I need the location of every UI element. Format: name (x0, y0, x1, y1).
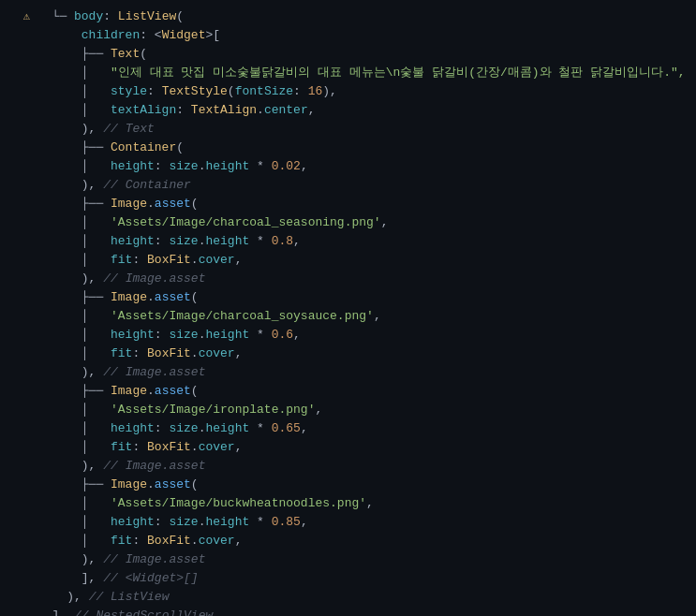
code-line: ├── Container( (0, 139, 696, 157)
code-token: BoxFit (147, 253, 191, 267)
code-token: size (169, 234, 198, 248)
code-line: │ textAlign: TextAlign.center, (0, 101, 696, 120)
code-token: │ (37, 309, 111, 323)
code-token: asset (155, 290, 191, 304)
code-token: ( (140, 47, 147, 61)
code-token: ( (191, 477, 199, 491)
code-token (37, 178, 81, 192)
code-token: │ (37, 253, 111, 267)
code-token: ), (81, 365, 96, 379)
line-content: │ 'Assets/Image/ironplate.png', (37, 401, 689, 419)
code-token: , (301, 421, 308, 435)
code-token: ), (81, 552, 96, 566)
code-token: height (205, 421, 249, 435)
code-token: . (147, 197, 155, 211)
code-token: body (74, 9, 103, 23)
code-token: ( (191, 384, 199, 398)
code-editor: ⚠ └─ body: ListView( children: <Widget>[… (0, 0, 696, 616)
code-line: │ 'Assets/Image/ironplate.png', (0, 401, 696, 419)
code-token: . (147, 477, 155, 491)
code-token: . (191, 346, 199, 360)
code-token: TextAlign (191, 103, 257, 117)
code-token: . (191, 253, 199, 267)
code-token: // ListView (81, 590, 170, 604)
code-token: 'Assets/Image/charcoal_soysauce.png' (111, 309, 374, 323)
line-content: │ 'Assets/Image/buckwheatnoodles.png', (37, 494, 689, 513)
code-token: , (235, 440, 243, 454)
code-line: │ fit: BoxFit.cover, (0, 438, 696, 457)
code-token: height (111, 328, 155, 342)
line-content: ], // NestedScrollView (37, 607, 689, 616)
line-content: │ height: size.height * 0.02, (37, 157, 689, 176)
code-line: │ fit: BoxFit.cover, (0, 251, 696, 270)
line-content: ), // Text (37, 120, 689, 139)
code-line: │ 'Assets/Image/charcoal_seasoning.png', (0, 213, 696, 232)
code-token: height (205, 328, 249, 342)
code-token: , (315, 403, 322, 417)
code-token: BoxFit (147, 346, 191, 360)
line-content: │ height: size.height * 0.65, (37, 419, 689, 438)
line-content: ), // Image.asset (37, 363, 689, 382)
code-token: // Image.asset (96, 365, 205, 379)
line-content: ), // Image.asset (37, 457, 689, 476)
line-content: │ 'Assets/Image/charcoal_seasoning.png', (37, 213, 689, 232)
code-token: children (81, 28, 140, 42)
code-token: : (103, 9, 118, 23)
code-token: ( (228, 84, 235, 98)
code-line: ], // NestedScrollView (0, 607, 696, 616)
code-token (37, 590, 67, 604)
code-token: // <Widget>[] (96, 571, 198, 585)
line-content: ├── Image.asset( (37, 288, 689, 307)
code-token: BoxFit (147, 534, 191, 548)
code-token: "인제 대표 맛집 미소숯불닭갈비의 대표 메뉴는\n숯불 닭갈비(간장/매콤)… (111, 66, 686, 80)
code-token: asset (155, 197, 191, 211)
code-token: * (249, 515, 271, 529)
code-token: 16 (308, 84, 323, 98)
code-token (37, 365, 81, 379)
code-token: Image (111, 477, 147, 491)
code-token: Image (111, 290, 147, 304)
code-token: : (155, 328, 170, 342)
code-token (37, 271, 81, 286)
code-line: │ height: size.height * 0.85, (0, 513, 696, 532)
code-token: 0.85 (272, 515, 301, 529)
code-token: ), (322, 84, 337, 98)
code-token: . (147, 384, 155, 398)
code-token: : (132, 346, 147, 360)
line-content: ), // Image.asset (37, 270, 689, 288)
code-token: // Image.asset (96, 271, 205, 286)
code-line: ├── Image.asset( (0, 382, 696, 401)
line-content: │ fit: BoxFit.cover, (37, 251, 689, 270)
code-token: fit (111, 346, 132, 360)
code-token: fit (111, 440, 132, 454)
line-content: ), // Container (37, 176, 689, 195)
code-token: * (249, 421, 271, 435)
code-token: : (132, 534, 147, 548)
code-token: ), (81, 178, 96, 192)
code-token: . (147, 290, 155, 304)
code-token: ), (81, 271, 96, 286)
code-token: height (111, 421, 155, 435)
code-line: │ height: size.height * 0.8, (0, 232, 696, 251)
code-token: textAlign (111, 103, 176, 117)
code-token: Image (111, 384, 147, 398)
warning-icon: ⚠ (23, 7, 30, 26)
line-content: │ 'Assets/Image/charcoal_soysauce.png', (37, 307, 689, 326)
code-token: cover (199, 440, 235, 454)
code-token: : (155, 234, 170, 248)
code-token: ), (67, 590, 81, 604)
code-token: │ (37, 346, 111, 360)
code-token: ( (191, 197, 199, 211)
code-token: 0.6 (272, 328, 293, 342)
code-token: ( (191, 290, 199, 304)
code-token: , (235, 346, 243, 360)
code-token: Widget (162, 28, 206, 42)
code-token: fontSize (235, 84, 293, 98)
line-content: └─ body: ListView( (37, 7, 689, 26)
code-token: ), (81, 122, 96, 136)
code-line: │ "인제 대표 맛집 미소숯불닭갈비의 대표 메뉴는\n숯불 닭갈비(간장/매… (0, 64, 696, 82)
code-token (37, 28, 81, 42)
code-line: ), // Image.asset (0, 363, 696, 382)
code-token: // Image.asset (96, 459, 205, 473)
code-token: , (301, 159, 308, 173)
